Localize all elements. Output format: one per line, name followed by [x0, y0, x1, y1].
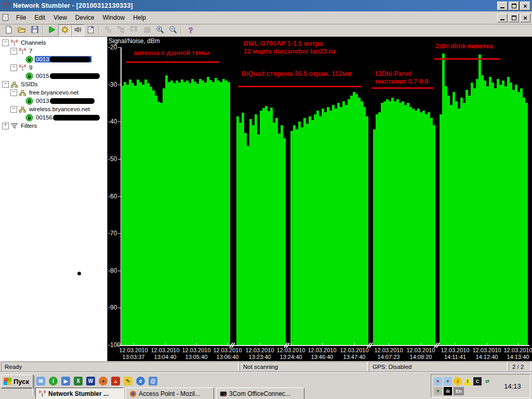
flame-icon[interactable]: ▲ — [111, 377, 120, 385]
mdi-close-button[interactable] — [520, 14, 530, 22]
menu-help[interactable]: Help — [129, 12, 150, 23]
taskbar-button-3com[interactable]: 3Com OfficeConnec... — [216, 388, 304, 399]
x-axis-time: 13:47:40 — [338, 354, 371, 361]
signal-strength-icon[interactable]: ılı — [444, 387, 452, 395]
tree-item-0015[interactable]: 0015 — [0, 72, 107, 80]
gear-button[interactable] — [58, 24, 71, 36]
mdi-restore-button[interactable] — [509, 14, 519, 22]
menu-file[interactable]: File — [12, 12, 30, 23]
x-axis-line — [121, 345, 529, 346]
network-offline2-icon[interactable]: × — [444, 377, 452, 385]
zoom-out-icon — [169, 25, 177, 36]
minimize-button[interactable] — [497, 2, 508, 10]
x-axis-label: 12.03.201013:04:40 — [149, 347, 182, 361]
help-button[interactable]: ? — [183, 24, 196, 36]
new-icon — [5, 25, 13, 36]
filter-icon — [10, 122, 18, 130]
svg-text:?: ? — [188, 25, 193, 34]
open-button[interactable] — [15, 24, 28, 36]
chart-annotation: DWL-G700AP 1-1.5 метра12 марта darzanebo… — [244, 40, 335, 56]
collapse-box[interactable]: − — [10, 89, 17, 96]
tree-item-free-bryancevo-net[interactable]: −free.bryancevo.net — [0, 88, 107, 97]
tree-item-filters[interactable]: +Filters — [0, 122, 107, 130]
toolbar: ? — [0, 24, 532, 37]
mdi-minimize-button[interactable] — [497, 14, 508, 22]
collapse-box[interactable]: − — [10, 64, 17, 71]
taskbar-window-buttons: Network Stumbler ...Access Point - Mozil… — [35, 388, 304, 398]
x-axis-date: 12.03.2010 — [117, 347, 150, 354]
x-axis-time: 14:08:20 — [404, 354, 437, 361]
ssid-icon — [19, 89, 26, 97]
mail-icon[interactable]: @ — [149, 377, 157, 385]
censored-mac — [50, 73, 100, 79]
collapse-box[interactable]: − — [2, 39, 9, 46]
x-axis-time: 14:07:23 — [372, 354, 405, 361]
stray-dot — [77, 272, 81, 275]
tray-icons: ××!!C⇄▼ılıEn — [431, 377, 495, 395]
sync-icon[interactable]: ⇄ — [483, 377, 491, 385]
status-scanning: Not scanning — [240, 362, 368, 372]
tree-item-7[interactable]: −7 — [0, 47, 107, 55]
usb-icon[interactable]: ▼ — [434, 387, 442, 395]
firefox-icon[interactable]: ● — [99, 377, 108, 385]
word-icon[interactable]: W — [86, 377, 95, 385]
collapse-box[interactable]: − — [10, 106, 17, 113]
close-button[interactable] — [520, 2, 530, 10]
tree-item-9[interactable]: −9 — [0, 63, 107, 72]
tree-item-wireless-bryancevo-net[interactable]: −wireless.bryancevo.net — [0, 105, 107, 113]
collapse-box[interactable]: − — [2, 81, 9, 88]
3com-icon[interactable]: C — [473, 377, 482, 385]
excel-icon[interactable]: X — [74, 377, 83, 385]
play-button[interactable] — [45, 24, 58, 36]
x-axis-date: 12.03.2010 — [470, 347, 503, 354]
save-button[interactable] — [28, 24, 41, 36]
annotation-underline — [238, 86, 362, 87]
security-alert-icon[interactable]: ! — [454, 377, 462, 385]
menu-bar: FileEditViewDeviceWindowHelp — [0, 11, 532, 24]
taskbar-button-stumbler[interactable]: Network Stumbler ... — [35, 388, 124, 399]
info-icon[interactable]: i — [49, 377, 58, 385]
restore-button[interactable] — [509, 2, 519, 10]
censored-mac — [50, 57, 90, 62]
desktop: Network Stumbler - [20100312130333] File… — [0, 0, 532, 399]
tree-item-label: free.bryancevo.net — [28, 89, 79, 96]
ie-icon[interactable]: e — [136, 377, 145, 385]
lang-indicator[interactable]: En — [454, 387, 464, 395]
menu-view[interactable]: View — [49, 12, 71, 23]
tree-item-00156[interactable]: 00156 — [0, 113, 107, 122]
brush-icon[interactable]: ✎ — [124, 377, 132, 385]
x-axis-date: 12.03.2010 — [372, 347, 405, 354]
messenger-icon[interactable]: ✉ — [36, 377, 45, 385]
zoom-in-icon — [156, 25, 164, 36]
tree-item-ssids[interactable]: −SSIDs — [0, 80, 107, 88]
network-offline-icon[interactable]: × — [434, 377, 442, 385]
expand-box[interactable]: + — [2, 123, 9, 129]
tree-item-0013[interactable]: 0013 — [0, 97, 107, 105]
annotation-line-text: BiQuad сторона 30.5 отраж. 112мм — [242, 70, 352, 78]
properties-button[interactable] — [84, 24, 97, 36]
x-axis-time: 13:03:37 — [117, 354, 150, 361]
tree-item-0013[interactable]: 0013 — [0, 55, 107, 63]
tree-item-label: 0015 — [35, 73, 101, 79]
warning-icon[interactable]: ! — [463, 377, 472, 385]
help-icon: ? — [186, 25, 194, 36]
menu-window[interactable]: Window — [99, 12, 129, 23]
restore-icon — [512, 4, 516, 8]
taskbar-clock[interactable]: 14:13 — [495, 382, 530, 390]
collapse-box[interactable]: − — [10, 48, 17, 55]
media-player-icon[interactable]: ▶ — [61, 377, 70, 385]
taskbar-button-firefox[interactable]: Access Point - Mozil... — [126, 388, 214, 399]
lock-icon — [25, 56, 33, 63]
menu-device[interactable]: Device — [71, 12, 99, 23]
zoom-out-button[interactable] — [166, 24, 179, 36]
zoom-in-button[interactable] — [153, 24, 166, 36]
speaker-button[interactable] — [71, 24, 84, 36]
menu-edit[interactable]: Edit — [30, 12, 49, 23]
x-axis-date: 12.03.2010 — [274, 347, 308, 354]
tree-item-channels[interactable]: −Channels — [0, 38, 107, 47]
x-axis-date: 12.03.2010 — [180, 347, 213, 354]
new-button[interactable] — [2, 24, 15, 36]
toolbar-separator — [43, 26, 44, 35]
taskbar-grip[interactable] — [32, 376, 35, 395]
start-button[interactable]: Пуск — [1, 375, 33, 388]
